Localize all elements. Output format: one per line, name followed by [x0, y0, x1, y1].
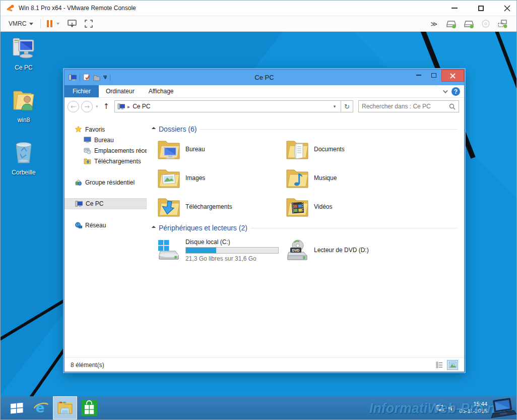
- properties-button[interactable]: [83, 74, 90, 81]
- file-explorer-icon: [57, 401, 73, 415]
- search-icon[interactable]: [449, 103, 456, 110]
- ribbon-collapse-chevron-icon[interactable]: [443, 88, 448, 93]
- sidebar-item-telechargements[interactable]: Téléchargements: [64, 156, 147, 166]
- search-input[interactable]: [362, 103, 449, 110]
- help-button[interactable]: ?: [451, 87, 460, 96]
- folder-tile-telechargements[interactable]: Téléchargements: [157, 195, 286, 219]
- toolbar-overflow-button[interactable]: ≫: [430, 20, 437, 28]
- drive-label: Lecteur de DVD (D:): [314, 247, 369, 254]
- tab-ordinateur[interactable]: Ordinateur: [99, 85, 142, 97]
- desktop-icon-label: Ce PC: [1, 64, 47, 71]
- network-adapter-device-button[interactable]: [497, 19, 508, 28]
- sidebar-item-emplacements-recents[interactable]: Emplacements récents: [64, 145, 147, 156]
- chevron-down-icon: [104, 77, 107, 79]
- hard-disk-icon: [446, 19, 457, 28]
- start-button[interactable]: [5, 396, 29, 419]
- suspend-vm-button[interactable]: [45, 20, 54, 27]
- watermark-laptop-image: [489, 398, 516, 419]
- qat-separator: [80, 74, 80, 81]
- tab-affichage[interactable]: Affichage: [142, 85, 181, 97]
- desktop-icon-this-pc[interactable]: Ce PC: [1, 37, 47, 71]
- fullscreen-button[interactable]: [84, 19, 93, 28]
- desktop-icon-label: win8: [1, 116, 47, 124]
- taskbar: e: [1, 396, 516, 419]
- collapse-triangle-icon[interactable]: [152, 127, 156, 131]
- folder-tile-documents[interactable]: Documents: [286, 137, 414, 161]
- vmrc-window-title: Win 8.1 Pro x64 - VMware Remote Console: [19, 5, 136, 12]
- toolbar-separator: [40, 19, 41, 28]
- sidebar-item-label: Ce PC: [86, 200, 103, 207]
- drive-tile-dvd[interactable]: DVD Lecteur de DVD (D:): [286, 236, 414, 264]
- search-box[interactable]: [358, 100, 459, 112]
- recent-locations-chevron-icon[interactable]: ▾: [96, 104, 98, 109]
- folder-tile-musique[interactable]: Musique: [286, 166, 414, 190]
- folder-tile-images[interactable]: Images: [157, 166, 286, 190]
- section-header-dossiers[interactable]: Dossiers (6): [151, 125, 464, 133]
- explorer-maximize-button[interactable]: [426, 70, 441, 81]
- explorer-close-button[interactable]: [441, 70, 464, 82]
- items-view: Dossiers (6): [147, 115, 464, 357]
- desktop-icon-recycle-bin[interactable]: Corbeille: [1, 141, 47, 176]
- thumbnails-view-icon: [449, 362, 457, 368]
- send-ctrl-alt-del-button[interactable]: [67, 19, 77, 28]
- refresh-button[interactable]: ↻: [341, 101, 353, 112]
- network-status-icon[interactable]: [436, 404, 444, 412]
- vmware-logo-icon: [6, 4, 15, 12]
- explorer-titlebar[interactable]: Ce PC: [64, 70, 464, 85]
- volume-muted-icon[interactable]: [447, 404, 456, 412]
- section-title: Périphériques et lecteurs (2): [159, 224, 247, 232]
- taskbar-file-explorer-button[interactable]: [53, 396, 77, 419]
- collapse-triangle-icon[interactable]: [152, 226, 156, 230]
- details-view-icon: [436, 362, 443, 368]
- desktop-icon-small: [84, 137, 91, 143]
- vmrc-close-button[interactable]: [501, 4, 512, 13]
- vm-desktop: Ce PC win8 Corbeille Ce PC: [1, 32, 516, 419]
- folder-label: Vidéos: [314, 203, 332, 210]
- suspend-options-chevron-icon[interactable]: [56, 23, 59, 25]
- sidebar-item-reseau[interactable]: Réseau: [64, 220, 147, 230]
- devices-grid: Disque local (C:) 21,3 Go libres sur 31,…: [151, 236, 464, 264]
- taskbar-internet-explorer-button[interactable]: e: [29, 396, 53, 419]
- cd-rom-device-button[interactable]: [481, 19, 490, 28]
- section-header-peripheriques[interactable]: Périphériques et lecteurs (2): [151, 224, 464, 232]
- vmrc-menu-button[interactable]: VMRC: [6, 18, 36, 29]
- address-bar[interactable]: ▸ Ce PC ▾ ↻: [114, 100, 353, 112]
- vmrc-minimize-button[interactable]: [449, 4, 460, 13]
- sidebar-item-favoris[interactable]: Favoris: [64, 124, 147, 135]
- forward-button[interactable]: →: [81, 101, 93, 112]
- downloads-folder-icon: [157, 196, 180, 217]
- cd-icon: [481, 19, 490, 28]
- vmrc-maximize-button[interactable]: [475, 4, 486, 13]
- address-dropdown-chevron-icon[interactable]: ▾: [329, 101, 341, 112]
- details-view-button[interactable]: [434, 360, 445, 370]
- desktop-icon-win8-folder[interactable]: win8: [1, 88, 47, 124]
- up-one-level-button[interactable]: ↑: [103, 102, 110, 111]
- thumbnails-view-button[interactable]: [447, 360, 458, 370]
- sidebar-item-bureau[interactable]: Bureau: [64, 135, 147, 145]
- folder-tile-videos[interactable]: Vidéos: [286, 195, 414, 219]
- customize-qat-button[interactable]: [103, 76, 107, 79]
- hard-disk-1-device-button[interactable]: [446, 19, 457, 28]
- drive-tile-c[interactable]: Disque local (C:) 21,3 Go libres sur 31,…: [157, 236, 286, 264]
- sidebar-item-groupe-residentiel[interactable]: Groupe résidentiel: [64, 177, 147, 188]
- folder-tile-bureau[interactable]: Bureau: [157, 137, 286, 161]
- tab-fichier[interactable]: Fichier: [64, 85, 99, 97]
- vmrc-toolbar: VMRC ≫: [1, 16, 516, 32]
- hard-disk-2-device-button[interactable]: [464, 19, 474, 28]
- desktop-folder-icon: [157, 139, 180, 160]
- explorer-minimize-button[interactable]: [411, 70, 426, 81]
- taskbar-store-button[interactable]: [77, 396, 101, 419]
- breadcrumb-location: Ce PC: [133, 103, 150, 110]
- new-folder-button[interactable]: [93, 74, 100, 81]
- sidebar-item-label: Réseau: [85, 222, 106, 229]
- recent-places-icon: [84, 147, 91, 154]
- videos-folder-icon: [286, 196, 309, 217]
- windows-store-icon: [81, 399, 98, 416]
- close-icon: [450, 73, 456, 79]
- pictures-folder-icon: [157, 167, 180, 189]
- taskbar-clock[interactable]: 15:44 05-11-2015: [460, 401, 487, 415]
- dvd-drive-icon: DVD: [286, 239, 309, 261]
- back-button[interactable]: ←: [68, 101, 79, 112]
- sidebar-item-ce-pc[interactable]: Ce PC: [64, 198, 147, 209]
- breadcrumb[interactable]: ▸ Ce PC: [117, 103, 329, 110]
